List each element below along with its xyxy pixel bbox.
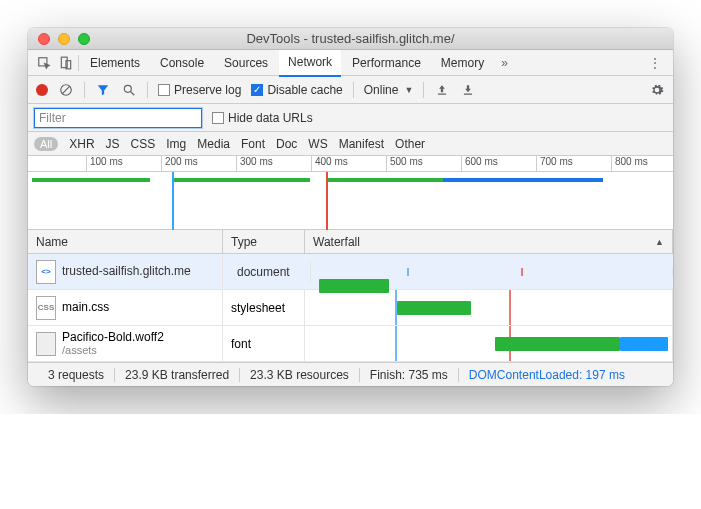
window-title: DevTools - trusted-sailfish.glitch.me/ <box>28 31 673 46</box>
load-line <box>521 268 523 276</box>
col-waterfall[interactable]: Waterfall▲ <box>305 230 673 253</box>
search-icon[interactable] <box>121 82 137 98</box>
status-bar: 3 requests 23.9 KB transferred 23.3 KB r… <box>28 362 673 386</box>
stat-requests: 3 requests <box>38 368 115 382</box>
overview-bar <box>172 178 310 182</box>
upload-icon[interactable] <box>434 82 450 98</box>
tick: 100 ms <box>86 156 123 172</box>
tab-console[interactable]: Console <box>151 50 213 76</box>
svg-point-5 <box>124 85 131 92</box>
throttling-select[interactable]: Online▼ <box>364 83 414 97</box>
menu-icon[interactable]: ⋮ <box>643 56 667 70</box>
cell-waterfall <box>317 268 673 276</box>
stat-transferred: 23.9 KB transferred <box>115 368 240 382</box>
more-tabs-icon[interactable]: » <box>495 56 514 70</box>
dcl-line <box>395 326 397 361</box>
col-type[interactable]: Type <box>223 230 305 253</box>
table-row[interactable]: CSSmain.cssstylesheet <box>28 290 673 326</box>
tab-network[interactable]: Network <box>279 50 341 77</box>
file-icon: CSS <box>36 296 56 320</box>
type-doc[interactable]: Doc <box>276 137 297 151</box>
download-icon[interactable] <box>460 82 476 98</box>
filter-icon[interactable] <box>95 82 111 98</box>
network-toolbar: Preserve log ✓Disable cache Online▼ <box>28 76 673 104</box>
request-table: <>trusted-sailfish.glitch.medocumentCSSm… <box>28 254 673 362</box>
cell-name: Pacifico-Bold.woff2/assets <box>28 326 223 361</box>
device-icon[interactable] <box>56 53 76 73</box>
inspect-icon[interactable] <box>34 53 54 73</box>
stat-dcl: DOMContentLoaded: 197 ms <box>459 368 635 382</box>
type-xhr[interactable]: XHR <box>69 137 94 151</box>
clear-icon[interactable] <box>58 82 74 98</box>
cell-type: stylesheet <box>223 290 305 325</box>
record-button[interactable] <box>36 84 48 96</box>
type-manifest[interactable]: Manifest <box>339 137 384 151</box>
tick: 600 ms <box>461 156 498 172</box>
disable-cache-label: Disable cache <box>267 83 342 97</box>
tick: 300 ms <box>236 156 273 172</box>
stat-finish: Finish: 735 ms <box>360 368 459 382</box>
file-path: /assets <box>62 344 164 357</box>
timeline-overview[interactable]: 100 ms 200 ms 300 ms 400 ms 500 ms 600 m… <box>28 156 673 230</box>
tick: 200 ms <box>161 156 198 172</box>
hide-data-urls-checkbox[interactable]: Hide data URLs <box>212 111 313 125</box>
waterfall-bar <box>495 337 620 351</box>
cell-waterfall <box>305 290 673 325</box>
tick: 400 ms <box>311 156 348 172</box>
load-line <box>509 290 511 325</box>
type-font[interactable]: Font <box>241 137 265 151</box>
filter-input[interactable]: Filter <box>34 108 202 128</box>
type-img[interactable]: Img <box>166 137 186 151</box>
type-all[interactable]: All <box>34 137 58 151</box>
file-icon <box>36 332 56 356</box>
cell-name: CSSmain.css <box>28 290 223 325</box>
titlebar: DevTools - trusted-sailfish.glitch.me/ <box>28 28 673 50</box>
cell-type: font <box>223 326 305 361</box>
svg-line-6 <box>131 91 135 95</box>
overview-bar <box>328 178 443 182</box>
svg-line-4 <box>62 85 70 93</box>
cell-type: document <box>229 261 311 283</box>
table-header: Name Type Waterfall▲ <box>28 230 673 254</box>
tab-memory[interactable]: Memory <box>432 50 493 76</box>
devtools-window: DevTools - trusted-sailfish.glitch.me/ E… <box>28 28 673 386</box>
tick: 700 ms <box>536 156 573 172</box>
tab-elements[interactable]: Elements <box>81 50 149 76</box>
tick: 800 ms <box>611 156 648 172</box>
file-name: trusted-sailfish.glitch.me <box>62 264 191 278</box>
cell-waterfall <box>305 326 673 361</box>
tab-sources[interactable]: Sources <box>215 50 277 76</box>
dcl-line <box>407 268 409 276</box>
sort-icon: ▲ <box>655 237 664 247</box>
type-media[interactable]: Media <box>197 137 230 151</box>
dcl-line <box>172 172 174 230</box>
tab-performance[interactable]: Performance <box>343 50 430 76</box>
type-css[interactable]: CSS <box>131 137 156 151</box>
panel-tabs: Elements Console Sources Network Perform… <box>28 50 673 76</box>
type-other[interactable]: Other <box>395 137 425 151</box>
waterfall-bar <box>620 337 668 351</box>
table-row[interactable]: Pacifico-Bold.woff2/assetsfont <box>28 326 673 362</box>
load-line <box>326 172 328 230</box>
resource-type-filter: All XHR JS CSS Img Media Font Doc WS Man… <box>28 132 673 156</box>
preserve-log-checkbox[interactable]: Preserve log <box>158 83 241 97</box>
preserve-log-label: Preserve log <box>174 83 241 97</box>
hide-data-urls-label: Hide data URLs <box>228 111 313 125</box>
table-row[interactable]: <>trusted-sailfish.glitch.medocument <box>28 254 673 290</box>
cell-name: <>trusted-sailfish.glitch.me <box>28 256 223 288</box>
col-name[interactable]: Name <box>28 230 223 253</box>
stat-resources: 23.3 KB resources <box>240 368 360 382</box>
type-ws[interactable]: WS <box>308 137 327 151</box>
overview-bar <box>32 178 150 182</box>
file-icon: <> <box>36 260 56 284</box>
type-js[interactable]: JS <box>106 137 120 151</box>
divider <box>78 55 79 71</box>
file-name: main.css <box>62 300 109 314</box>
file-name: Pacifico-Bold.woff2 <box>62 330 164 344</box>
waterfall-bar <box>397 301 471 315</box>
filter-bar: Filter Hide data URLs <box>28 104 673 132</box>
settings-icon[interactable] <box>649 82 665 98</box>
tick: 500 ms <box>386 156 423 172</box>
disable-cache-checkbox[interactable]: ✓Disable cache <box>251 83 342 97</box>
overview-bar <box>443 178 603 182</box>
